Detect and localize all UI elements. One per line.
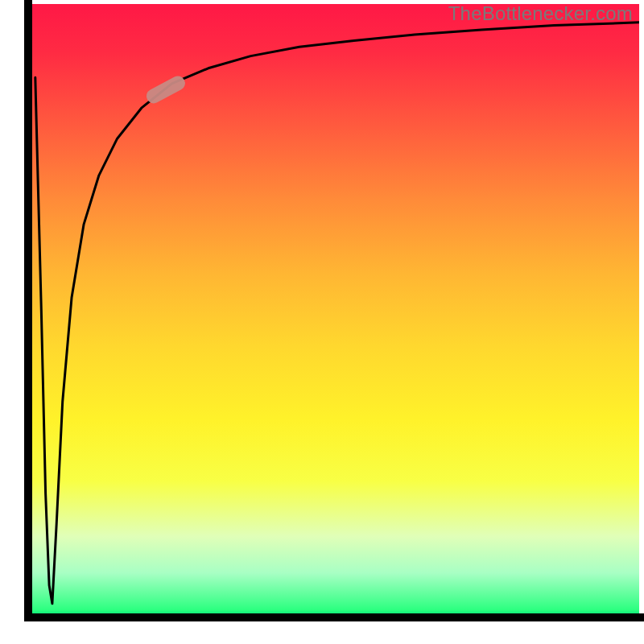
curve-layer xyxy=(32,4,639,616)
plot-area xyxy=(32,4,639,616)
chart-frame xyxy=(0,0,644,644)
y-axis xyxy=(24,0,32,620)
watermark: TheBottlenecker.com xyxy=(448,2,633,25)
bottleneck-curve xyxy=(35,23,639,604)
curve-marker-icon xyxy=(144,73,188,105)
